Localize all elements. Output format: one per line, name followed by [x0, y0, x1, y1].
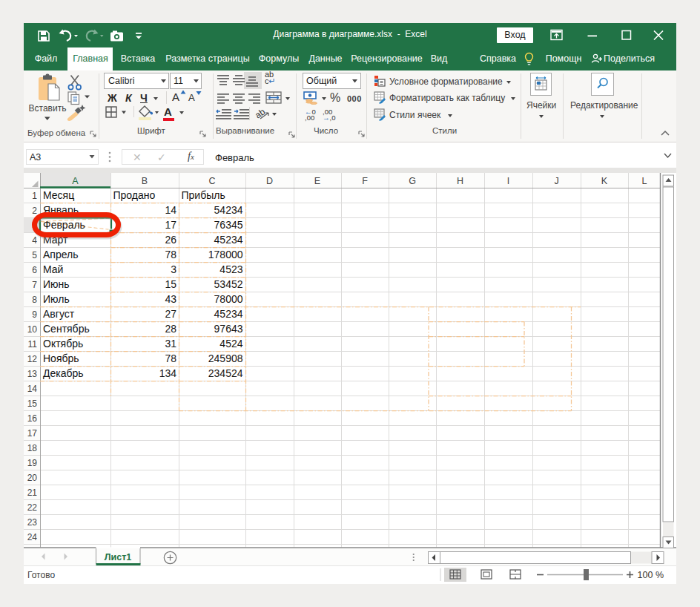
- svg-text:78: 78: [165, 249, 176, 260]
- svg-text:14: 14: [165, 204, 176, 216]
- svg-text:5: 5: [32, 250, 37, 260]
- svg-text:28: 28: [165, 323, 176, 335]
- svg-text:A: A: [72, 176, 79, 186]
- svg-text:54234: 54234: [214, 204, 243, 216]
- svg-text:26: 26: [165, 234, 176, 246]
- svg-text:Прибыль: Прибыль: [182, 189, 225, 201]
- svg-text:Декабрь: Декабрь: [43, 367, 84, 379]
- svg-text:Июль: Июль: [43, 293, 70, 305]
- svg-text:13: 13: [27, 369, 38, 379]
- svg-text:18: 18: [27, 443, 38, 453]
- svg-text:Лист1: Лист1: [105, 552, 132, 562]
- svg-text:G: G: [409, 176, 416, 186]
- svg-text:L: L: [642, 176, 647, 186]
- svg-text:9: 9: [32, 309, 37, 320]
- svg-text:6: 6: [32, 265, 37, 275]
- svg-text:Продано: Продано: [113, 189, 156, 201]
- svg-text:31: 31: [165, 338, 176, 350]
- svg-text:E: E: [314, 176, 320, 186]
- svg-text:178000: 178000: [208, 249, 243, 260]
- svg-text:10: 10: [27, 324, 38, 335]
- svg-text:19: 19: [27, 458, 38, 468]
- svg-text:17: 17: [165, 219, 176, 231]
- svg-text:4523: 4523: [219, 263, 242, 275]
- svg-text:Июнь: Июнь: [43, 278, 70, 290]
- svg-text:17: 17: [27, 428, 38, 439]
- svg-text:97643: 97643: [214, 323, 243, 335]
- svg-text:Октябрь: Октябрь: [43, 338, 83, 350]
- svg-text:24: 24: [27, 532, 38, 542]
- svg-text:H: H: [457, 176, 463, 186]
- svg-text:78: 78: [165, 352, 176, 364]
- svg-text:Февраль: Февраль: [43, 219, 85, 231]
- svg-text:27: 27: [165, 308, 176, 320]
- svg-text:1: 1: [32, 191, 37, 201]
- svg-text:F: F: [362, 176, 368, 186]
- svg-text:11: 11: [28, 339, 38, 350]
- svg-text:7: 7: [32, 280, 37, 290]
- svg-text:21: 21: [27, 488, 38, 498]
- svg-text:100 %: 100 %: [638, 570, 664, 580]
- svg-text:Сентябрь: Сентябрь: [43, 323, 90, 335]
- svg-text:4524: 4524: [219, 338, 242, 350]
- svg-text:134: 134: [159, 367, 177, 379]
- svg-text:53452: 53452: [214, 278, 243, 290]
- svg-text:8: 8: [32, 295, 37, 305]
- svg-text:15: 15: [165, 278, 176, 290]
- svg-text:43: 43: [165, 293, 176, 305]
- svg-text:3: 3: [171, 263, 176, 275]
- svg-text:76345: 76345: [214, 219, 243, 231]
- svg-text:23: 23: [27, 517, 38, 528]
- svg-text:Май: Май: [43, 263, 63, 275]
- svg-text:234524: 234524: [208, 367, 243, 379]
- svg-text:12: 12: [27, 354, 38, 364]
- svg-text:4: 4: [32, 235, 37, 246]
- svg-text:14: 14: [27, 384, 38, 394]
- svg-text:Август: Август: [43, 308, 75, 320]
- svg-text:Апрель: Апрель: [43, 249, 79, 260]
- svg-text:D: D: [266, 176, 273, 186]
- svg-text:K: K: [601, 176, 608, 186]
- svg-text:I: I: [507, 176, 509, 186]
- svg-text:15: 15: [27, 398, 38, 409]
- svg-text:45234: 45234: [214, 234, 243, 246]
- svg-text:245908: 245908: [208, 352, 243, 364]
- svg-text:Ноябрь: Ноябрь: [43, 352, 79, 364]
- svg-text:B: B: [142, 176, 148, 186]
- svg-text:22: 22: [27, 502, 38, 513]
- svg-text:2: 2: [32, 206, 37, 216]
- svg-text:J: J: [554, 176, 558, 186]
- svg-text:C: C: [208, 176, 215, 186]
- svg-text:Месяц: Месяц: [43, 189, 74, 201]
- svg-text:78000: 78000: [214, 293, 243, 305]
- svg-text:16: 16: [27, 413, 38, 424]
- svg-text:45234: 45234: [214, 308, 243, 320]
- svg-text:20: 20: [27, 473, 38, 483]
